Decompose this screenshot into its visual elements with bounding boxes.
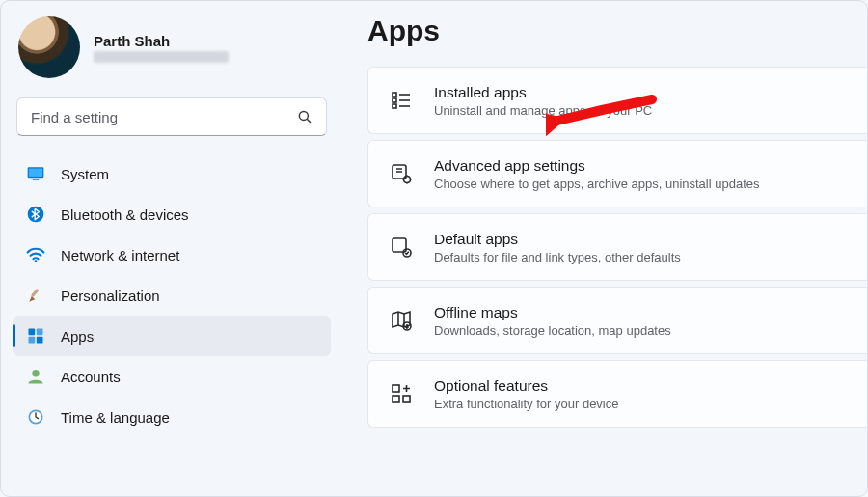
grid-plus-icon [390, 382, 413, 405]
svg-rect-4 [33, 179, 40, 180]
profile-name: Parth Shah [94, 33, 229, 49]
main: Apps Installed apps Uninstall and manage… [339, 1, 867, 496]
list-icon [390, 89, 413, 112]
sidebar-item-system[interactable]: System [13, 153, 331, 194]
search-icon [296, 108, 313, 125]
sidebar-item-personalization[interactable]: Personalization [13, 275, 331, 316]
paintbrush-icon [26, 286, 45, 305]
settings-window: Parth Shah System Bluetooth & devices [0, 0, 868, 497]
svg-rect-7 [31, 289, 40, 298]
card-text: Optional features Extra functionality fo… [434, 377, 618, 411]
clock-icon [26, 407, 45, 427]
svg-line-1 [307, 119, 311, 123]
card-title: Default apps [434, 231, 681, 248]
sidebar-item-accounts[interactable]: Accounts [13, 356, 331, 397]
svg-rect-10 [29, 337, 36, 344]
card-sub: Extra functionality for your device [434, 397, 618, 411]
card-sub: Defaults for file and link types, other … [434, 250, 681, 264]
nav-label: Accounts [61, 369, 121, 385]
sidebar-item-network[interactable]: Network & internet [13, 235, 331, 275]
cards-list: Installed apps Uninstall and manage apps… [367, 67, 867, 428]
bluetooth-icon [26, 205, 45, 224]
card-text: Installed apps Uninstall and manage apps… [434, 84, 652, 118]
card-sub: Choose where to get apps, archive apps, … [434, 177, 760, 191]
app-gear-icon [390, 162, 413, 185]
nav: System Bluetooth & devices Network & int… [13, 153, 331, 437]
svg-point-0 [299, 111, 308, 120]
card-default-apps[interactable]: Default apps Defaults for file and link … [367, 213, 867, 281]
wifi-icon [26, 245, 45, 264]
svg-rect-11 [37, 337, 43, 344]
svg-rect-27 [393, 396, 399, 402]
system-icon [26, 164, 45, 183]
nav-label: Apps [61, 328, 94, 345]
nav-label: Network & internet [61, 247, 179, 263]
sidebar: Parth Shah System Bluetooth & devices [1, 1, 339, 496]
svg-rect-15 [393, 93, 396, 97]
profile-text: Parth Shah [94, 33, 229, 63]
svg-rect-9 [37, 329, 43, 336]
avatar [18, 16, 80, 78]
svg-rect-16 [393, 98, 396, 102]
map-download-icon [390, 309, 413, 332]
profile-email-blurred [94, 51, 229, 63]
svg-point-12 [32, 370, 40, 377]
sidebar-item-time[interactable]: Time & language [13, 397, 331, 437]
default-apps-icon [390, 235, 413, 259]
svg-rect-17 [393, 104, 396, 108]
card-title: Installed apps [434, 84, 652, 101]
svg-rect-8 [29, 329, 36, 336]
card-title: Advanced app settings [434, 157, 760, 175]
search [16, 97, 327, 136]
card-text: Advanced app settings Choose where to ge… [434, 157, 760, 191]
card-sub: Downloads, storage location, map updates [434, 323, 671, 338]
accounts-icon [26, 367, 45, 386]
svg-rect-3 [29, 169, 42, 177]
nav-label: System [61, 166, 109, 182]
card-text: Default apps Defaults for file and link … [434, 231, 681, 264]
card-title: Offline maps [434, 304, 671, 321]
card-offline-maps[interactable]: Offline maps Downloads, storage location… [367, 287, 867, 354]
nav-label: Bluetooth & devices [61, 207, 189, 223]
card-advanced-app-settings[interactable]: Advanced app settings Choose where to ge… [367, 140, 867, 207]
page-title: Apps [367, 14, 867, 47]
sidebar-item-bluetooth[interactable]: Bluetooth & devices [13, 194, 331, 235]
svg-point-6 [35, 260, 38, 262]
search-input[interactable] [16, 97, 327, 136]
card-optional-features[interactable]: Optional features Extra functionality fo… [367, 360, 867, 428]
sidebar-item-apps[interactable]: Apps [13, 316, 331, 356]
profile[interactable]: Parth Shah [13, 13, 331, 97]
card-installed-apps[interactable]: Installed apps Uninstall and manage apps… [367, 67, 867, 134]
nav-label: Personalization [61, 288, 160, 304]
card-title: Optional features [434, 377, 618, 395]
svg-rect-26 [393, 385, 399, 392]
apps-icon [26, 326, 45, 345]
card-sub: Uninstall and manage apps on your PC [434, 103, 652, 118]
svg-rect-28 [403, 396, 410, 402]
nav-label: Time & language [61, 409, 170, 426]
card-text: Offline maps Downloads, storage location… [434, 304, 671, 338]
